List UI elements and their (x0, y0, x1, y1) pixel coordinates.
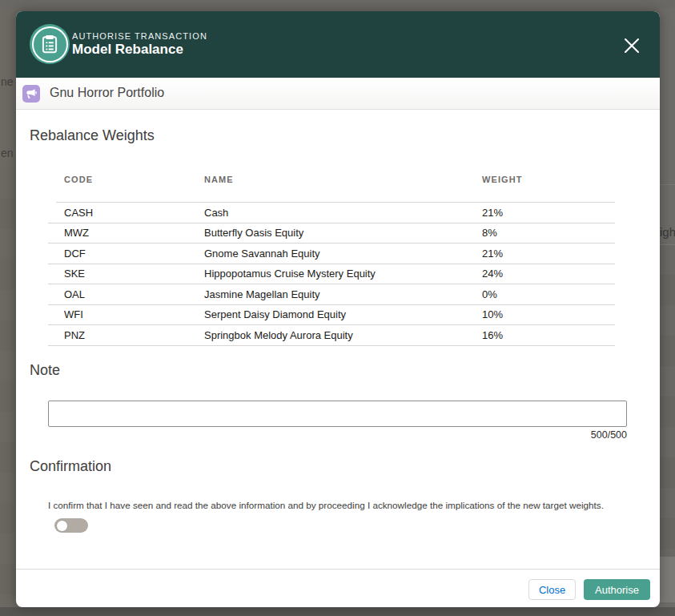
table-cell-name: Serpent Daisy Diamond Equity (204, 308, 482, 320)
table-row: OALJasmine Magellan Equity0% (48, 284, 615, 305)
background-top-bar (0, 0, 675, 8)
table-cell-code: OAL (64, 288, 204, 300)
confirmation-toggle[interactable] (54, 518, 88, 533)
confirmation-heading: Confirmation (30, 458, 111, 475)
backdrop-right-rows (660, 244, 675, 557)
table-row: SKEHippopotamus Cruise Mystery Equity24% (48, 264, 615, 285)
table-cell-name: Jasmine Magellan Equity (204, 288, 482, 300)
column-header-name: NAME (204, 175, 234, 184)
weights-table: CODE NAME WEIGHT CASHCash21%MWZButterfly… (48, 168, 615, 346)
table-cell-name: Hippopotamus Cruise Mystery Equity (204, 268, 482, 280)
column-header-weight: WEIGHT (482, 175, 523, 184)
table-cell-code: CASH (64, 207, 204, 219)
table-cell-weight: 8% (482, 227, 497, 239)
backdrop-right-light (660, 557, 675, 602)
weights-table-body: CASHCash21%MWZButterfly Oasis Equity8%DC… (48, 203, 615, 346)
table-cell-name: Springbok Melody Aurora Equity (204, 329, 482, 341)
rebalance-weights-heading: Rebalance Weights (30, 127, 155, 144)
table-cell-code: PNZ (64, 329, 204, 341)
note-character-counter: 500/500 (48, 429, 627, 441)
modal-title: Model Rebalance (72, 42, 183, 58)
backdrop-right: igh (660, 8, 675, 607)
table-cell-code: WFI (64, 308, 204, 320)
table-row: CASHCash21% (48, 203, 615, 223)
table-row: DCFGnome Savannah Equity21% (48, 244, 615, 264)
authorise-button[interactable]: Authorise (584, 579, 650, 600)
authorise-transaction-modal: AUTHORISE TRANSACTION Model Rebalance Gn… (16, 11, 660, 607)
portfolio-name: Gnu Horror Portfolio (50, 86, 164, 100)
table-row: WFISerpent Daisy Diamond Equity10% (48, 305, 615, 326)
column-header-code: CODE (64, 175, 93, 184)
footer-divider (16, 569, 660, 570)
transaction-clipboard-icon (30, 24, 70, 64)
megaphone-icon (22, 85, 40, 103)
table-cell-code: MWZ (64, 227, 204, 239)
close-icon[interactable] (623, 37, 641, 54)
table-row: PNZSpringbok Melody Aurora Equity16% (48, 325, 615, 346)
modal-header: AUTHORISE TRANSACTION Model Rebalance (16, 11, 660, 78)
note-heading: Note (30, 362, 60, 379)
portfolio-bar: Gnu Horror Portfolio (16, 78, 660, 110)
table-row: MWZButterfly Oasis Equity8% (48, 223, 615, 244)
backdrop-divider (660, 184, 675, 185)
table-cell-weight: 0% (482, 288, 497, 300)
weights-table-header: CODE NAME WEIGHT (48, 168, 615, 203)
note-input[interactable] (48, 401, 627, 427)
table-cell-weight: 10% (482, 308, 503, 320)
backdrop-bottom (0, 607, 675, 616)
backdrop-text-fragment: en (1, 147, 14, 159)
table-cell-name: Cash (204, 207, 482, 219)
table-cell-name: Gnome Savannah Equity (204, 248, 482, 260)
backdrop-text-fragment: ne (1, 75, 14, 88)
table-cell-weight: 21% (482, 207, 503, 219)
table-cell-weight: 24% (482, 268, 503, 280)
toggle-knob (56, 520, 68, 532)
backdrop-text-fragment: igh (660, 225, 675, 239)
backdrop-divider (660, 244, 675, 245)
backdrop-left: ne en (0, 8, 16, 607)
table-cell-weight: 16% (482, 329, 503, 341)
table-cell-weight: 21% (482, 248, 503, 260)
table-cell-code: DCF (64, 248, 204, 260)
table-cell-code: SKE (64, 268, 204, 280)
modal-eyebrow: AUTHORISE TRANSACTION (72, 31, 207, 41)
backdrop-left-rows (0, 168, 16, 607)
confirmation-statement: I confirm that I have seen and read the … (48, 500, 604, 510)
close-button[interactable]: Close (528, 579, 576, 600)
table-cell-name: Butterfly Oasis Equity (204, 227, 482, 239)
